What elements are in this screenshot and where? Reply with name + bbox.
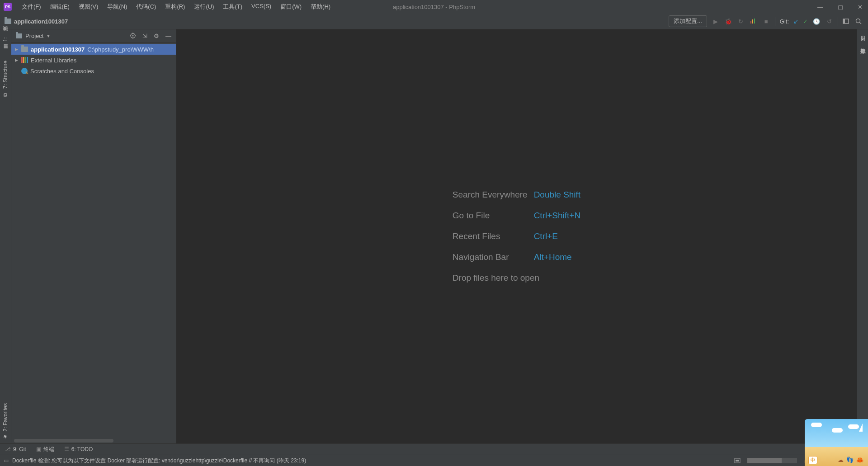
library-icon	[21, 57, 28, 63]
git-label: Git:	[780, 18, 789, 25]
separator	[775, 17, 775, 26]
gutter-project-label: 1: 项目	[2, 36, 9, 42]
hint-goto-file: Go to File	[453, 211, 528, 221]
git-commit-icon[interactable]: ✓	[803, 18, 808, 25]
project-header-label[interactable]: Project	[25, 33, 43, 39]
statusbar: ▭ Dockerfile 检测: 您可以为以下文件设置 Docker 部署运行配…	[0, 455, 868, 466]
menu-refactor[interactable]: 重构(R)	[161, 1, 189, 12]
shortcut-hints: Search Everywhere Double Shift Go to Fil…	[453, 190, 580, 283]
menu-vcs[interactable]: VCS(S)	[248, 1, 275, 12]
tree-scratches[interactable]: Scratches and Consoles	[11, 66, 176, 76]
hide-icon[interactable]: —	[165, 33, 171, 39]
hint-nav-bar-key: Alt+Home	[534, 252, 581, 262]
main-area: ▦ 1: 项目 ⧉ 7: Structure ★ 2: Favorites Pr…	[0, 29, 868, 443]
separator	[838, 17, 838, 26]
tree-root-name: application1001307	[31, 46, 85, 53]
run-icon[interactable]: ▶	[712, 18, 720, 25]
thumbnail-sand: 中 ☁ 👣 🦀	[805, 447, 868, 466]
locate-icon[interactable]	[130, 33, 136, 39]
progress-empty	[782, 458, 797, 463]
cloud-icon	[811, 423, 822, 427]
gutter-favorites-tab[interactable]: ★ 2: Favorites	[1, 400, 10, 443]
project-header: Project ▼ ⇲ ⚙ —	[11, 29, 176, 43]
svg-rect-14	[736, 460, 739, 461]
gutter-project-tab[interactable]: ▦ 1: 项目	[0, 32, 11, 53]
navbar: application1001307 添加配置... ▶ 🐞 ↻ ■ Git: …	[0, 14, 868, 29]
menu-window[interactable]: 窗口(W)	[277, 1, 305, 12]
collapse-arrow-icon[interactable]: ▶	[15, 47, 21, 52]
menu-view[interactable]: 视图(V)	[75, 1, 102, 12]
tab-git[interactable]: ⎇ 9: Git	[5, 446, 26, 452]
hint-goto-file-key: Ctrl+Shift+N	[534, 211, 581, 221]
tree-root[interactable]: ▶ application1001307 C:\phpstudy_pro\WWW…	[11, 44, 176, 55]
statusbar-message-icon[interactable]: ▭	[4, 457, 9, 464]
terminal-icon: ▣	[36, 446, 41, 452]
tab-terminal[interactable]: ▣ 终端	[36, 446, 54, 453]
git-history-icon[interactable]: 🕓	[812, 18, 821, 25]
right-gutter: 🗄 数据库	[857, 29, 868, 443]
ime-badge[interactable]: 中	[808, 456, 817, 464]
debug-icon[interactable]: 🐞	[724, 18, 732, 25]
tab-terminal-label: 终端	[43, 446, 54, 453]
add-configuration-button[interactable]: 添加配置...	[669, 15, 707, 27]
chevron-down-icon[interactable]: ▼	[46, 34, 50, 38]
gutter-favorites-label: 2: Favorites	[2, 403, 9, 432]
stop-icon[interactable]: ■	[762, 18, 770, 25]
coverage-icon[interactable]: ↻	[737, 18, 745, 25]
expand-all-icon[interactable]: ⇲	[142, 33, 147, 39]
tree-external-libraries[interactable]: ▶ External Libraries	[11, 55, 176, 66]
gutter-structure-tab[interactable]: ⧉ 7: Structure	[1, 57, 10, 100]
menu-tools[interactable]: 工具(T)	[219, 1, 246, 12]
menu-navigate[interactable]: 导航(N)	[104, 1, 131, 12]
window-controls: — ▢ ✕	[816, 2, 864, 12]
menu-edit[interactable]: 编辑(E)	[47, 1, 73, 12]
hint-nav-bar: Navigation Bar	[453, 252, 528, 262]
favorites-gutter-icon: ★	[2, 433, 9, 440]
menu-code[interactable]: 代码(C)	[132, 1, 160, 12]
editor-empty-area[interactable]: Search Everywhere Double Shift Go to Fil…	[176, 29, 857, 443]
ide-layout-icon[interactable]	[843, 18, 851, 24]
minimize-button[interactable]: —	[816, 2, 825, 12]
statusbar-message[interactable]: Dockerfile 检测: 您可以为以下文件设置 Docker 部署运行配置:…	[12, 457, 306, 465]
gutter-structure-label: 7: Structure	[2, 61, 9, 89]
navbar-right: 添加配置... ▶ 🐞 ↻ ■ Git: ↙ ✓ 🕓 ↺	[669, 15, 863, 27]
folder-icon	[16, 33, 22, 38]
project-header-actions: ⇲ ⚙ —	[130, 33, 171, 39]
project-tool-window: Project ▼ ⇲ ⚙ — ▶ application1001307 C:\…	[11, 29, 176, 443]
tree-scratches-label: Scratches and Consoles	[30, 68, 94, 75]
menu-help[interactable]: 帮助(H)	[307, 1, 334, 12]
menu-file[interactable]: 文件(F)	[18, 1, 45, 12]
breadcrumb[interactable]: application1001307	[14, 18, 68, 25]
svg-point-5	[856, 19, 860, 23]
floating-app-thumbnail[interactable]: 中 ☁ 👣 🦀	[805, 419, 868, 466]
git-branch-icon: ⎇	[5, 446, 11, 452]
profile-icon[interactable]	[750, 18, 758, 24]
close-button[interactable]: ✕	[856, 2, 864, 12]
git-update-icon[interactable]: ↙	[793, 18, 798, 25]
memory-indicator-icon[interactable]	[734, 457, 741, 464]
progress-indicator	[747, 458, 797, 463]
app-icon: PS	[4, 3, 12, 11]
menu-run[interactable]: 运行(U)	[190, 1, 217, 12]
tree-external-label: External Libraries	[31, 57, 76, 64]
progress-fill	[747, 458, 782, 463]
gutter-database-tab[interactable]: 🗄 数据库	[858, 32, 868, 47]
git-revert-icon[interactable]: ↺	[825, 18, 833, 25]
footprint-icon: 👣	[846, 457, 854, 463]
svg-rect-1	[752, 19, 753, 24]
left-gutter: ▦ 1: 项目 ⧉ 7: Structure ★ 2: Favorites	[0, 29, 11, 443]
horizontal-scrollbar[interactable]	[14, 439, 113, 442]
settings-icon[interactable]: ⚙	[154, 33, 159, 39]
project-gutter-icon: ▦	[2, 43, 9, 50]
svg-point-8	[132, 35, 134, 37]
search-icon[interactable]	[855, 18, 863, 25]
tab-todo[interactable]: ☰ 6: TODO	[64, 446, 93, 452]
maximize-button[interactable]: ▢	[836, 2, 845, 12]
hint-recent-files: Recent Files	[453, 231, 528, 241]
hint-recent-files-key: Ctrl+E	[534, 231, 581, 241]
folder-icon	[5, 19, 11, 24]
collapse-arrow-icon[interactable]: ▶	[15, 58, 21, 62]
sailboat-icon	[859, 424, 863, 432]
window-title: application1001307 - PhpStorm	[393, 4, 475, 10]
tree-root-path: C:\phpstudy_pro\WWW\h	[87, 46, 154, 53]
